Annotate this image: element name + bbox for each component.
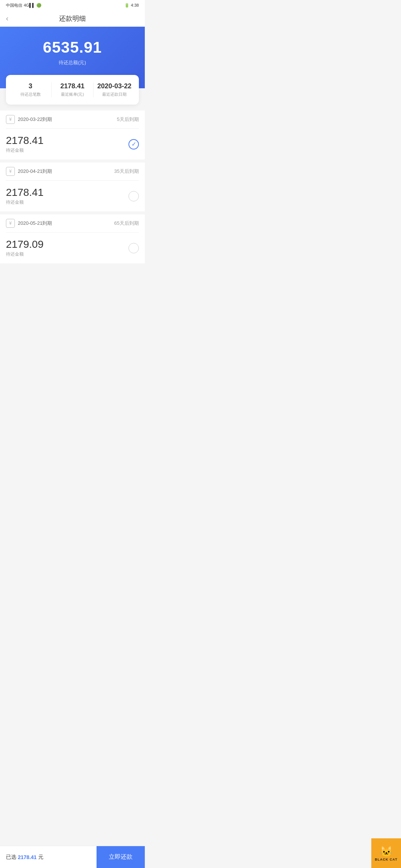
item-2-header: ¥ 2020-04-21到期 35天后到期 — [6, 162, 139, 181]
wechat-icon: 🟢 — [36, 3, 42, 8]
status-right: 🔋 4:38 — [124, 3, 139, 8]
carrier-text: 中国电信 — [6, 3, 22, 8]
pending-count-value: 3 — [10, 82, 51, 90]
time-text: 4:38 — [131, 3, 139, 7]
item-1-header: ¥ 2020-03-22到期 5天后到期 — [6, 111, 139, 129]
yuan-icon-1: ¥ — [6, 115, 15, 124]
item-3-date: 2020-05-21到期 — [18, 220, 52, 227]
item-1-radio[interactable]: ✓ — [128, 139, 139, 149]
status-bar: 中国电信 4G▌▌ 🟢 🔋 4:38 — [0, 0, 145, 10]
summary-item-recent-bill: 2178.41 最近账单(元) — [51, 82, 93, 97]
recent-bill-label: 最近账单(元) — [52, 92, 93, 97]
item-2-body[interactable]: 2178.41 待还金额 — [6, 181, 139, 211]
item-1-header-left: ¥ 2020-03-22到期 — [6, 115, 52, 124]
page-title: 还款明细 — [59, 14, 86, 23]
item-3-amount-label: 待还金额 — [6, 251, 43, 257]
item-3-due: 65天后到期 — [114, 220, 139, 227]
battery-icon: 🔋 — [124, 3, 130, 8]
item-2-date: 2020-04-21到期 — [18, 168, 52, 175]
item-3-header-left: ¥ 2020-05-21到期 — [6, 219, 52, 228]
summary-item-due-date: 2020-03-22 最近还款日期 — [93, 82, 135, 97]
due-date-label: 最近还款日期 — [94, 92, 135, 97]
item-2-header-left: ¥ 2020-04-21到期 — [6, 167, 52, 176]
item-1-body[interactable]: 2178.41 待还金额 ✓ — [6, 129, 139, 160]
due-date-value: 2020-03-22 — [94, 82, 135, 90]
item-1-due: 5天后到期 — [117, 116, 139, 123]
total-amount: 6535.91 — [7, 39, 137, 56]
item-1-amount-block: 2178.41 待还金额 — [6, 135, 43, 154]
item-2-amount: 2178.41 — [6, 187, 43, 198]
summary-item-count: 3 待还总笔数 — [10, 82, 51, 97]
item-3-body[interactable]: 2179.09 待还金额 — [6, 233, 139, 263]
signal-icon: 4G▌▌ — [24, 3, 35, 7]
yuan-icon-3: ¥ — [6, 219, 15, 228]
item-2-due: 35天后到期 — [114, 168, 139, 175]
back-button[interactable]: ‹ — [6, 14, 9, 23]
item-1-date: 2020-03-22到期 — [18, 116, 52, 123]
summary-card: 3 待还总笔数 2178.41 最近账单(元) 2020-03-22 最近还款日… — [6, 75, 139, 105]
item-1-amount-label: 待还金额 — [6, 147, 43, 154]
item-3-radio[interactable] — [128, 243, 139, 253]
check-icon-1: ✓ — [131, 141, 136, 148]
recent-bill-value: 2178.41 — [52, 82, 93, 90]
item-3-amount: 2179.09 — [6, 239, 43, 250]
item-3-amount-block: 2179.09 待还金额 — [6, 239, 43, 257]
yuan-icon-2: ¥ — [6, 167, 15, 176]
item-2-amount-label: 待还金额 — [6, 199, 43, 206]
item-3-header: ¥ 2020-05-21到期 65天后到期 — [6, 214, 139, 233]
total-amount-label: 待还总额(元) — [7, 59, 137, 66]
payment-items-container: ¥ 2020-03-22到期 5天后到期 2178.41 待还金额 ✓ ¥ 20… — [0, 111, 145, 263]
item-2-amount-block: 2178.41 待还金额 — [6, 187, 43, 206]
item-1-amount: 2178.41 — [6, 135, 43, 147]
pending-count-label: 待还总笔数 — [10, 92, 51, 97]
item-2-radio[interactable] — [128, 191, 139, 201]
nav-bar: ‹ 还款明细 — [0, 10, 145, 27]
status-left: 中国电信 4G▌▌ 🟢 — [6, 3, 42, 8]
payment-item-2[interactable]: ¥ 2020-04-21到期 35天后到期 2178.41 待还金额 — [0, 162, 145, 211]
payment-item-1[interactable]: ¥ 2020-03-22到期 5天后到期 2178.41 待还金额 ✓ — [0, 111, 145, 160]
payment-item-3[interactable]: ¥ 2020-05-21到期 65天后到期 2179.09 待还金额 — [0, 214, 145, 263]
